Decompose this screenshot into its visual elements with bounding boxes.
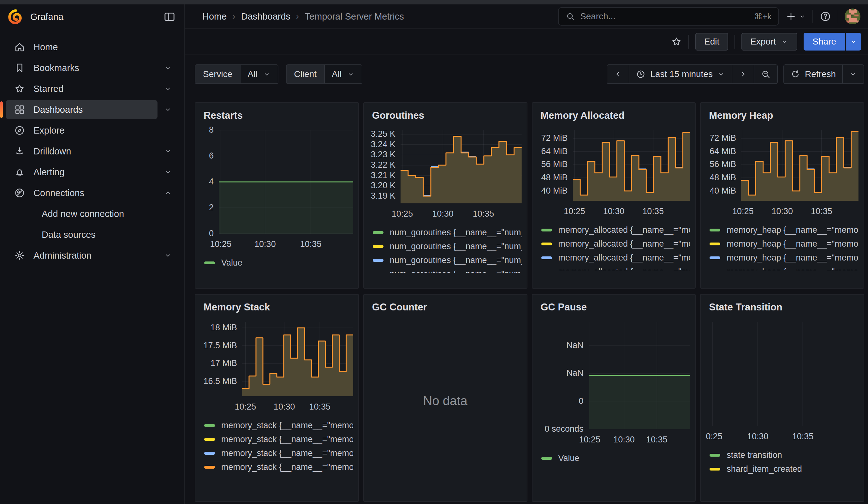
legend-item[interactable]: shard_item_created bbox=[710, 462, 859, 476]
panel-title[interactable]: Goroutines bbox=[369, 103, 522, 121]
sidebar-item-expand-button[interactable] bbox=[157, 105, 178, 114]
legend-item[interactable]: memory_allocated {__name__="memo bbox=[541, 265, 690, 270]
sidebar-item-expand-button[interactable] bbox=[157, 147, 178, 156]
export-button[interactable]: Export bbox=[742, 33, 797, 51]
refresh-interval-button[interactable] bbox=[842, 65, 864, 83]
time-forward-button[interactable] bbox=[732, 65, 754, 83]
sidebar-item-expand-button[interactable] bbox=[157, 168, 178, 176]
legend-item[interactable]: memory_heap {__name__="memory_h bbox=[710, 223, 859, 237]
sidebar-item-link[interactable]: Starred bbox=[6, 79, 157, 98]
share-menu-button[interactable] bbox=[846, 33, 861, 51]
chart-canvas[interactable] bbox=[589, 322, 690, 429]
sidebar-item-label: Drilldown bbox=[33, 146, 71, 157]
chart-canvas[interactable] bbox=[401, 130, 522, 203]
sidebar-item-link[interactable]: Dashboards bbox=[6, 100, 157, 119]
sidebar-item-label: Starred bbox=[33, 84, 63, 94]
panel-title[interactable]: GC Pause bbox=[538, 295, 690, 313]
chevdown-icon bbox=[262, 70, 271, 78]
legend: state transitionshard_item_created bbox=[706, 448, 859, 476]
legend: memory_allocated {__name__="memomemory_a… bbox=[538, 223, 690, 270]
chart-canvas[interactable] bbox=[219, 130, 353, 234]
legend-item[interactable]: memory_stack {__name__="memory_s bbox=[204, 446, 353, 460]
sidebar-item-expand-button[interactable] bbox=[157, 84, 178, 93]
variable-value-dropdown[interactable]: All bbox=[325, 65, 362, 83]
legend-item[interactable]: memory_stack {__name__="memory_s bbox=[204, 432, 353, 446]
star-dashboard-button[interactable] bbox=[671, 36, 682, 48]
help-button[interactable] bbox=[819, 10, 831, 22]
sidebar-item-link[interactable]: Bookmarks bbox=[6, 59, 157, 78]
sidebar-item-link[interactable]: Connections bbox=[6, 184, 157, 203]
share-button-label: Share bbox=[813, 37, 836, 47]
legend-label: num_goroutines {__name__="num_go bbox=[390, 256, 522, 265]
chart-canvas[interactable] bbox=[706, 322, 859, 426]
sidebar-item-link[interactable]: Data sources bbox=[6, 225, 178, 244]
refresh-group: Refresh bbox=[783, 64, 864, 84]
variable-filter-service[interactable]: ServiceAll bbox=[195, 64, 278, 84]
legend-item[interactable]: Value bbox=[204, 256, 353, 270]
legend-label: memory_allocated {__name__="memo bbox=[558, 239, 690, 249]
divider bbox=[689, 35, 689, 49]
legend-item[interactable]: num_goroutines {__name__="num_go bbox=[373, 239, 522, 253]
legend-dash bbox=[541, 256, 552, 259]
panel-title[interactable]: GC Counter bbox=[369, 295, 522, 313]
sidebar-item-label: Bookmarks bbox=[33, 63, 79, 73]
sidebar-item-link[interactable]: Administration bbox=[6, 246, 157, 265]
sidebar-item-link[interactable]: Alerting bbox=[6, 163, 157, 182]
legend-item[interactable]: memory_allocated {__name__="memo bbox=[541, 237, 690, 251]
y-tick-label: 40 MiB bbox=[541, 186, 568, 196]
legend-item[interactable]: Value bbox=[541, 451, 690, 465]
legend-item[interactable]: memory_heap {__name__="memory_h bbox=[710, 265, 859, 270]
panel-title[interactable]: State Transition bbox=[706, 295, 859, 313]
chart-canvas[interactable] bbox=[242, 322, 353, 396]
legend-item[interactable]: memory_allocated {__name__="memo bbox=[541, 223, 690, 237]
dock-icon bbox=[163, 10, 176, 23]
x-tick-label: 10:35 bbox=[646, 435, 668, 445]
panel-title[interactable]: Memory Heap bbox=[706, 103, 859, 121]
search-icon bbox=[566, 12, 575, 21]
breadcrumb-item-dashboards[interactable]: Dashboards bbox=[241, 11, 290, 22]
sidebar-item-expand-button[interactable] bbox=[157, 63, 178, 72]
legend-label: memory_heap {__name__="memory_h bbox=[726, 225, 859, 235]
sidebar-item-label: Explore bbox=[33, 125, 64, 136]
panel-title[interactable]: Memory Allocated bbox=[538, 103, 690, 121]
legend-item[interactable]: memory_heap {__name__="memory_h bbox=[710, 237, 859, 251]
x-tick-label: 10:25 bbox=[732, 207, 754, 216]
breadcrumb-item-home[interactable]: Home bbox=[202, 11, 227, 22]
edit-button[interactable]: Edit bbox=[695, 33, 728, 51]
chart-canvas[interactable] bbox=[573, 130, 690, 201]
legend-item[interactable]: num_goroutines {__name__="num_go bbox=[373, 253, 522, 267]
legend-label: num_goroutines {__name__="num_go bbox=[390, 228, 522, 237]
panel-title[interactable]: Memory Stack bbox=[200, 295, 353, 313]
variable-value-dropdown[interactable]: All bbox=[240, 65, 277, 83]
legend-item[interactable]: state transition bbox=[710, 448, 859, 462]
sidebar-item-link[interactable]: Add new connection bbox=[6, 204, 178, 223]
variable-value: All bbox=[247, 69, 257, 79]
sidebar-item-expand-button[interactable] bbox=[157, 251, 178, 260]
panel-title[interactable]: Restarts bbox=[200, 103, 353, 121]
sidebar-toggle-button[interactable] bbox=[163, 10, 176, 23]
share-button[interactable]: Share bbox=[804, 33, 845, 51]
sidebar-item-link[interactable]: Home bbox=[6, 38, 178, 56]
refresh-button[interactable]: Refresh bbox=[784, 65, 842, 83]
legend-item[interactable]: num_goroutines {__name__="num_go bbox=[373, 267, 522, 273]
legend-label: num_goroutines {__name__="num_go bbox=[390, 269, 522, 273]
user-avatar[interactable] bbox=[845, 9, 860, 24]
sidebar-item-expand-button[interactable] bbox=[157, 188, 178, 197]
legend-item[interactable]: memory_allocated {__name__="memo bbox=[541, 251, 690, 265]
sidebar-item-link[interactable]: Drilldown bbox=[6, 142, 157, 161]
chevron-down-icon bbox=[780, 38, 788, 46]
legend-item[interactable]: memory_heap {__name__="memory_h bbox=[710, 251, 859, 265]
add-new-button[interactable] bbox=[785, 11, 806, 22]
breadcrumb: Home›Dashboards›Temporal Server Metrics bbox=[202, 11, 404, 22]
time-range-picker[interactable]: Last 15 minutes bbox=[629, 65, 732, 83]
legend-item[interactable]: num_goroutines {__name__="num_go bbox=[373, 225, 522, 239]
chevron-down-icon bbox=[262, 70, 271, 78]
time-back-button[interactable] bbox=[607, 65, 629, 83]
variable-filter-client[interactable]: ClientAll bbox=[286, 64, 363, 84]
chart-canvas[interactable] bbox=[741, 130, 859, 201]
zoom-out-button[interactable] bbox=[754, 65, 777, 83]
legend-item[interactable]: memory_stack {__name__="memory_s bbox=[204, 419, 353, 432]
sidebar-item-link[interactable]: Explore bbox=[6, 121, 178, 140]
legend-item[interactable]: memory_stack {__name__="memory_s bbox=[204, 460, 353, 474]
search-input[interactable]: Search... ⌘+k bbox=[558, 7, 779, 25]
